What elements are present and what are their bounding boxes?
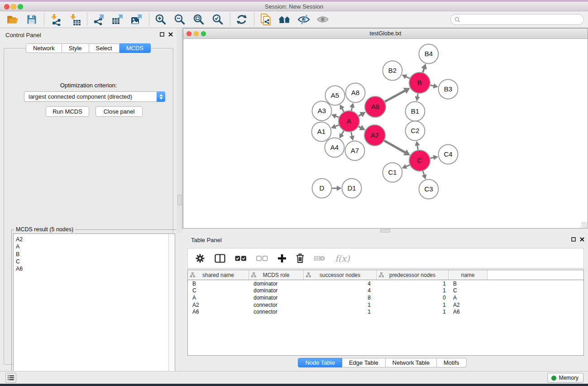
show-all-eye-icon[interactable] <box>316 13 330 26</box>
export-image-icon[interactable] <box>130 13 143 26</box>
dropdown-stepper-icon <box>157 91 165 102</box>
mcds-result-scrollbar[interactable] <box>168 234 175 380</box>
column-header-successor-nodes[interactable]: successor nodes <box>304 270 377 280</box>
table-row[interactable]: Cdominator41C <box>188 287 583 295</box>
graph-edge-A6-B[interactable] <box>385 91 406 102</box>
right-area: testGlobe.txt B4B2BB3A8A5A6A3B1AA1C2A2A4… <box>183 28 588 371</box>
list-item[interactable]: A6 <box>16 265 168 272</box>
delete-table-icon[interactable] <box>314 255 325 262</box>
graph-node-label: D <box>320 184 325 192</box>
task-history-button[interactable] <box>5 373 16 383</box>
table-row[interactable]: A2connector11A2 <box>188 301 583 309</box>
table-row[interactable]: A6connector11A6 <box>188 308 583 315</box>
search-input[interactable] <box>463 16 583 23</box>
table-cell: C <box>449 287 488 294</box>
select-all-columns-icon[interactable] <box>235 255 247 262</box>
table-cell: C <box>188 287 249 294</box>
list-item[interactable]: B <box>16 251 168 258</box>
close-panel-icon[interactable] <box>580 237 584 242</box>
graph-arrowhead <box>422 174 427 180</box>
toolbar-separator <box>149 13 149 26</box>
close-panel-button[interactable]: Close panel <box>96 106 143 117</box>
column-header-predecessor-nodes[interactable]: predecessor nodes <box>377 270 449 280</box>
network-graph: B4B2BB3A8A5A6A3B1AA1C2A2A4A7C4CC1C3DD1 <box>183 39 588 228</box>
mcds-result-list[interactable]: A2ABCA6 <box>13 234 175 380</box>
network-canvas[interactable]: B4B2BB3A8A5A6A3B1AA1C2A2A4A7C4CC1C3DD1 <box>183 39 588 228</box>
search-field[interactable] <box>450 14 584 25</box>
zoom-selected-icon[interactable] <box>211 13 225 26</box>
column-header-MCDS-role[interactable]: MCDS role <box>249 270 304 280</box>
graph-node-label: B2 <box>388 67 397 74</box>
deselect-all-columns-icon[interactable] <box>256 255 268 262</box>
gear-icon[interactable] <box>195 253 205 263</box>
resize-grip-icon[interactable] <box>582 222 587 228</box>
table-toolbar: f(x) <box>187 248 584 268</box>
add-column-icon[interactable] <box>277 254 287 263</box>
split-column-icon[interactable] <box>215 254 225 263</box>
zoom-out-icon[interactable] <box>173 13 186 26</box>
table-cell: 4 <box>304 281 377 287</box>
graph-node-label: B4 <box>425 50 433 57</box>
column-header-name[interactable]: name <box>449 270 488 280</box>
graph-node-label: C <box>417 157 422 164</box>
table-panel: Table Panel f(x) shared nameMCDS r <box>177 233 588 371</box>
run-mcds-button[interactable]: Run MCDS <box>46 106 89 117</box>
duplicate-network-icon[interactable] <box>259 13 272 26</box>
horizontal-split-divider[interactable] <box>183 229 588 233</box>
graph-node-label: B1 <box>411 107 419 115</box>
delete-column-icon[interactable] <box>296 253 304 263</box>
table-cell: A2 <box>188 302 249 308</box>
table-tabs: Node TableEdge TableNetwork TableMotifs <box>177 358 588 367</box>
divider-handle[interactable] <box>380 229 390 233</box>
import-table-icon[interactable] <box>68 13 81 26</box>
import-network-icon[interactable] <box>49 13 62 26</box>
main-toolbar <box>0 11 588 28</box>
zoom-in-icon[interactable] <box>154 13 167 26</box>
tab-style[interactable]: Style <box>62 43 89 53</box>
graph-node-label: C1 <box>388 168 397 176</box>
close-panel-icon[interactable] <box>168 32 173 37</box>
graph-arrowhead <box>421 63 427 69</box>
float-panel-icon[interactable] <box>160 32 164 37</box>
first-neighbors-icon[interactable] <box>278 13 292 26</box>
table-cell: A2 <box>449 302 488 308</box>
tab-motifs[interactable]: Motifs <box>437 358 467 367</box>
column-header-shared-name[interactable]: shared name <box>188 270 249 280</box>
list-item[interactable]: A <box>16 243 168 250</box>
table-cell: A6 <box>449 309 488 315</box>
table-row[interactable]: Adominator80A <box>188 294 583 301</box>
tab-network-table[interactable]: Network Table <box>386 358 437 367</box>
graph-arrowhead <box>349 135 354 141</box>
save-session-icon[interactable] <box>25 13 38 26</box>
list-item[interactable]: A2 <box>16 236 168 243</box>
graph-node-label: B <box>417 79 422 86</box>
window-titlebar: Session: New Session <box>0 2 588 11</box>
open-file-icon[interactable] <box>6 13 19 26</box>
graph-arrowhead <box>349 103 354 108</box>
memory-button[interactable]: Memory <box>547 373 583 383</box>
divider-handle[interactable] <box>177 195 182 205</box>
tab-edge-table[interactable]: Edge Table <box>342 358 386 367</box>
table-cell: 8 <box>304 295 377 301</box>
table-row[interactable]: Bdominator41B <box>188 280 583 287</box>
refresh-icon[interactable] <box>235 13 249 26</box>
hide-selected-eye-icon[interactable] <box>297 13 311 26</box>
list-item[interactable]: C <box>16 258 168 265</box>
table-cell: 1 <box>304 309 377 315</box>
main-window: Session: New Session <box>0 2 588 384</box>
graph-edge-A2-C[interactable] <box>384 141 406 153</box>
zoom-fit-icon[interactable] <box>192 13 206 26</box>
export-table-icon[interactable] <box>111 13 124 26</box>
function-builder-icon: f(x) <box>335 253 350 263</box>
network-window-titlebar[interactable]: testGlobe.txt <box>183 29 588 39</box>
tab-network[interactable]: Network <box>26 43 62 53</box>
tab-mcds[interactable]: MCDS <box>120 43 151 53</box>
tab-select[interactable]: Select <box>89 43 120 53</box>
tab-node-table[interactable]: Node Table <box>298 358 342 367</box>
node-table[interactable]: shared nameMCDS rolesuccessor nodesprede… <box>187 270 584 356</box>
float-panel-icon[interactable] <box>571 237 576 242</box>
optimization-criterion-dropdown[interactable]: largest connected component (directed) <box>24 91 165 102</box>
export-network-icon[interactable] <box>92 13 105 26</box>
table-cell: 0 <box>377 295 449 301</box>
memory-label: Memory <box>559 375 578 381</box>
